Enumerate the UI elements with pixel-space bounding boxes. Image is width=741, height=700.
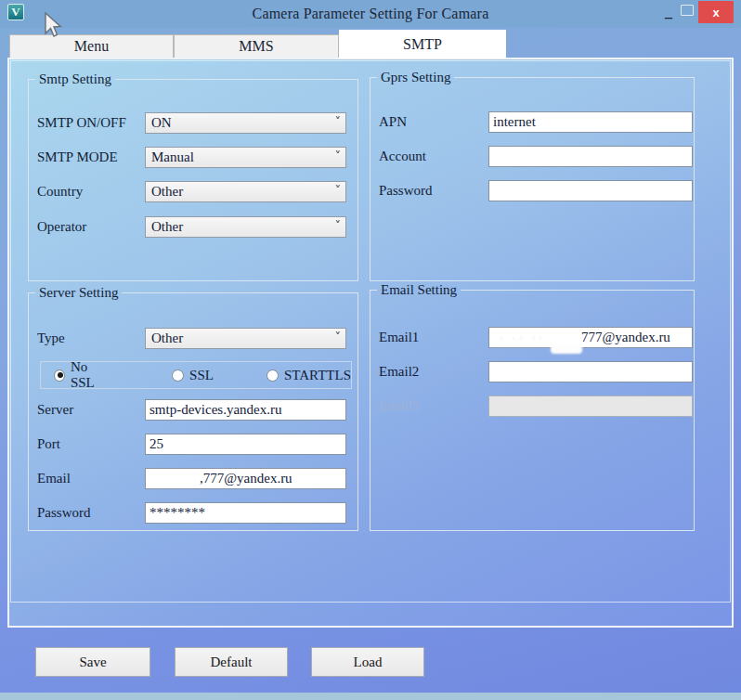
smtp-setting-group: Smtp Setting SMTP ON/OFF ON ˅ SMTP MODE … [28,71,358,281]
server-password-label: Password [37,502,91,524]
email1-input[interactable]: · ·· ·· 777@yandex.ru [488,327,693,348]
port-input[interactable] [145,434,346,455]
server-label: Server [37,399,73,421]
smtp-mode-label: SMTP MODE [37,147,118,168]
smtp-mode-value: Manual [151,149,194,165]
chevron-down-icon: ˅ [335,149,342,162]
chevron-down-icon: ˅ [335,330,342,344]
email1-label: Email1 [379,327,419,348]
email-setting-group: Email Setting Email1 · ·· ·· 777@yandex.… [370,282,695,531]
radio-unselected-icon [172,369,184,382]
load-button[interactable]: Load [311,647,424,677]
chevron-down-icon: ˅ [335,218,342,232]
minimize-icon: – [665,11,672,24]
camera-setting-window: { "window": { "title": "Camera Parameter… [0,0,741,700]
operator-label: Operator [37,216,86,238]
titlebar[interactable]: V Camera Parameter Setting For Camara – … [0,0,741,28]
server-setting-title: Server Setting [35,285,122,301]
type-select[interactable]: Other ˅ [145,328,346,349]
chevron-down-icon: ˅ [335,183,342,197]
email3-label: Email3 [379,395,419,417]
type-value: Other [151,331,183,346]
operator-value: Other [151,219,183,235]
gprs-password-label: Password [379,180,433,201]
email2-label: Email2 [379,361,419,382]
chevron-down-icon: ˅ [335,114,342,128]
email2-input[interactable] [488,361,693,382]
radio-unselected-icon [266,369,279,382]
radio-no-ssl-label: No SSL [71,359,110,391]
tab-mms-label: MMS [239,38,273,55]
gprs-password-input[interactable] [488,180,693,201]
server-email-label: Email [37,468,71,489]
radio-ssl-label: SSL [189,368,214,383]
tab-smtp-label: SMTP [403,36,442,53]
tab-mms[interactable]: MMS [174,34,339,58]
gprs-setting-title: Gprs Setting [377,70,454,85]
apn-label: APN [379,111,407,133]
radio-no-ssl[interactable]: No SSL [54,359,110,391]
email3-input [488,395,693,417]
smtp-onoff-select[interactable]: ON ˅ [145,112,346,134]
gprs-setting-group: Gprs Setting APN Account Password [370,70,695,281]
close-button[interactable]: x [698,1,734,23]
window-title: Camera Parameter Setting For Camara [0,6,741,22]
server-password-input[interactable] [145,502,346,524]
port-label: Port [37,434,60,455]
country-value: Other [151,184,183,200]
window-bottom-edge [0,693,741,700]
radio-starttls-label: STARTTLS [284,368,351,383]
tab-menu[interactable]: Menu [9,34,174,58]
server-setting-group: Server Setting Type Other ˅ No SSL SSL S… [28,285,358,531]
default-button[interactable]: Default [175,647,288,677]
mouse-cursor-icon [43,11,63,39]
operator-select[interactable]: Other ˅ [145,216,346,238]
minimize-button[interactable]: – [657,2,680,24]
type-label: Type [37,328,65,349]
email-setting-title: Email Setting [377,282,461,298]
smtp-setting-title: Smtp Setting [35,71,115,87]
country-select[interactable]: Other ˅ [145,181,346,202]
apn-input[interactable] [488,111,693,133]
maximize-button[interactable] [681,5,694,16]
tab-smtp[interactable]: SMTP [339,30,506,58]
server-input[interactable] [145,399,346,421]
save-button[interactable]: Save [35,647,150,677]
radio-ssl[interactable]: SSL [172,368,214,383]
radio-selected-icon [54,369,65,382]
account-input[interactable] [488,146,693,167]
ssl-radio-group: No SSL SSL STARTTLS [40,361,352,389]
smtp-onoff-value: ON [151,115,172,131]
radio-starttls[interactable]: STARTTLS [266,368,351,383]
country-label: Country [37,181,83,202]
smtp-onoff-label: SMTP ON/OFF [37,112,126,134]
account-label: Account [379,146,426,167]
redacted-blur-tail [551,344,582,354]
email1-value: 777@yandex.ru [581,330,670,345]
server-email-input[interactable] [145,468,346,489]
tab-menu-label: Menu [74,38,109,55]
smtp-mode-select[interactable]: Manual ˅ [145,147,346,168]
